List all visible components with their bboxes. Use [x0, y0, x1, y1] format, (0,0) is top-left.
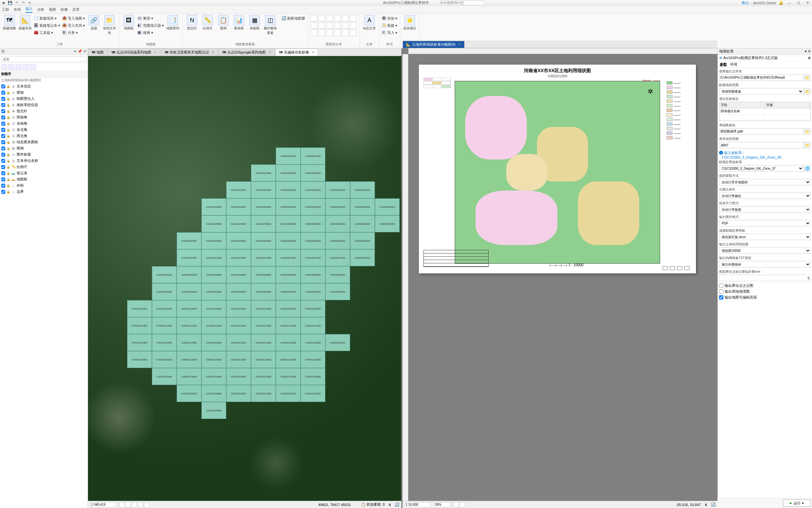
menu-影像[interactable]: 影像 [61, 7, 68, 12]
layer-visibility-checkbox[interactable] [1, 184, 5, 187]
list-by-labeling-icon[interactable] [30, 64, 36, 70]
tile-G49G013089[interactable]: G49G013089 [276, 351, 300, 368]
ribbon-导入布局[interactable]: 📤导入布局 ▾ [62, 22, 85, 29]
tile-G49G002088[interactable]: G49G002088 [251, 164, 276, 181]
ribbon-新建报表[interactable]: 📄新建报表 ▾ [34, 15, 60, 22]
layer-item-密级[interactable]: 🔒A密级 [0, 89, 88, 96]
browse-layer-icon[interactable]: 📁 [804, 88, 811, 95]
tile-G49G007087[interactable]: G49G007087 [226, 249, 251, 266]
tile-G49G005092[interactable]: G49G005092 [350, 215, 375, 232]
ribbon-刷新地图册[interactable]: 🔄刷新地图册 [282, 15, 305, 22]
shape-tool-0[interactable] [311, 15, 317, 22]
menu-分析[interactable]: 分析 [37, 7, 44, 12]
layer-visibility-checkbox[interactable] [1, 165, 5, 169]
browse-farmland-icon[interactable]: 📁 [804, 142, 811, 149]
tile-G49G014086[interactable]: G49G014086 [201, 368, 226, 385]
layer-visibility-checkbox[interactable] [1, 116, 5, 119]
ribbon-新建笔记本[interactable]: 📓新建笔记本 ▾ [34, 22, 60, 29]
tile-G49G005093[interactable]: G49G005093 [375, 215, 400, 232]
tile-G49G013090[interactable]: G49G013090 [300, 351, 325, 368]
notification-icon[interactable]: 🔔 [779, 1, 783, 5]
browse-folder-icon[interactable]: 📁 [804, 74, 811, 81]
gp-tab-env[interactable]: 环境 [730, 62, 737, 67]
globe-icon[interactable]: 🌐 [804, 165, 811, 172]
tile-G49G006087[interactable]: G49G006087 [226, 232, 251, 249]
tile-G49G008089[interactable]: G49G008089 [276, 266, 300, 283]
tab-close-icon[interactable]: ✕ [211, 50, 214, 54]
tile-G49G007088[interactable]: G49G007088 [251, 249, 276, 266]
tile-G49G006086[interactable]: G49G006086 [201, 232, 226, 249]
tab-close-icon[interactable]: ✕ [268, 50, 271, 54]
tile-G49G010085[interactable]: G49G010085 [177, 300, 201, 317]
tile-G49G012091[interactable]: G49G012091 [325, 334, 350, 351]
tile-G49G011089[interactable]: G49G011089 [276, 317, 300, 334]
layer-visibility-checkbox[interactable] [1, 122, 5, 126]
lock-icon[interactable]: 🔒 [6, 141, 10, 144]
layer-group-name[interactable]: 土地利用现状标准分幅图60 [0, 77, 88, 83]
layer-item-地图框[interactable]: 🔒▬地图框 [0, 176, 88, 182]
tile-G49G002089[interactable]: G49G002089 [276, 164, 300, 181]
tile-G49G005090[interactable]: G49G005090 [300, 215, 325, 232]
gp-select-template[interactable]: 雄安新区版.docx [719, 234, 811, 240]
tile-G49G009085[interactable]: G49G009085 [177, 283, 201, 300]
tile-G49G007092[interactable]: G49G007092 [350, 249, 375, 266]
save-icon[interactable]: 💾 [8, 1, 12, 5]
lock-icon[interactable]: 🔒 [6, 172, 10, 175]
shape-tool-11[interactable] [350, 22, 356, 29]
tab-close-icon[interactable]: ✕ [154, 50, 157, 54]
gp-select-landuse[interactable]: 现状图10000 [719, 247, 811, 254]
user-name[interactable]: 俊山 [742, 0, 749, 5]
gp-select-paper[interactable]: 自动计算版面 [719, 206, 811, 213]
tile-G49G012088[interactable]: G49G012088 [251, 334, 276, 351]
ribbon-比例尺[interactable]: 📏比例尺 [201, 15, 214, 31]
tile-G49G011090[interactable]: G49G011090 [300, 317, 325, 334]
tile-G49G013087[interactable]: G49G013087 [226, 351, 251, 368]
shape-tool-5[interactable] [350, 15, 356, 22]
lock-icon[interactable]: 🔒 [6, 190, 10, 194]
tile-G49G014090[interactable]: G49G014090 [300, 368, 325, 385]
tile-G49G010090[interactable]: G49G010090 [300, 300, 325, 317]
tile-G49G015088[interactable]: G49G015088 [251, 385, 276, 402]
tile-G49G011087[interactable]: G49G011087 [226, 317, 251, 334]
layout-paper[interactable]: 河南省XX市XX区土地利用现状图 G49G012084 图幅号：XXXX [419, 65, 696, 273]
layout-zoom-input[interactable] [434, 502, 450, 507]
shape-tool-1[interactable] [319, 15, 325, 22]
tile-G49G008087[interactable]: G49G008087 [226, 266, 251, 283]
tile-G49G005089[interactable]: G49G005089 [276, 215, 300, 232]
tile-G49G012087[interactable]: G49G012087 [226, 334, 251, 351]
ribbon-动态文本[interactable]: A动态文本 [363, 15, 376, 31]
lock-icon[interactable]: 🔒 [6, 122, 10, 125]
shape-tool-17[interactable] [350, 29, 356, 36]
open-icon[interactable]: ▾ [28, 1, 32, 5]
tile-G49G003089[interactable]: G49G003089 [276, 181, 300, 198]
tile-G49G009091[interactable]: G49G009091 [325, 283, 350, 300]
layer-item-西北角[interactable]: 🔒⊡西北角 [0, 133, 88, 139]
gp-td-empty1[interactable] [719, 115, 765, 120]
minimize-icon[interactable]: — [786, 1, 793, 5]
tile-G49G014088[interactable]: G49G014088 [251, 368, 276, 385]
gp-td-empty2[interactable] [765, 115, 811, 120]
lock-icon[interactable]: 🔒 [6, 103, 10, 107]
tile-G49G005087[interactable]: G49G005087 [226, 215, 251, 232]
layout-sb-icon-1[interactable] [453, 502, 459, 507]
lock-icon[interactable]: 🔒 [6, 110, 10, 113]
view-tab-地图[interactable]: 🗺地图 [88, 49, 107, 56]
tile-G49G015090[interactable]: G49G015090 [300, 385, 325, 402]
gp-check2[interactable] [719, 289, 723, 294]
tile-G49G012086[interactable]: G49G012086 [201, 334, 226, 351]
tile-G49G012084[interactable]: G49G012084 [152, 334, 177, 351]
layer-item-东南角[interactable]: 🔒⊡东南角 [0, 120, 88, 127]
shape-tool-6[interactable] [311, 22, 317, 29]
layer-item-比例尺[interactable]: 🔒📏比例尺 [0, 164, 88, 170]
panel-pin-icon[interactable]: 📌 [78, 49, 82, 53]
tile-G49G012085[interactable]: G49G012085 [177, 334, 201, 351]
tile-G49G009088[interactable]: G49G009088 [251, 283, 276, 300]
nav-last-icon[interactable] [684, 266, 689, 270]
tile-G49G004087[interactable]: G49G004087 [226, 198, 251, 215]
gp-select-format[interactable]: PDF [719, 220, 811, 226]
tile-G49G014084[interactable]: G49G014084 [152, 368, 177, 385]
shape-tool-14[interactable] [326, 29, 333, 36]
shape-tool-4[interactable] [342, 15, 348, 22]
lock-icon[interactable]: 🔒 [6, 134, 10, 138]
layout-pause-icon[interactable]: ⏸ [704, 503, 708, 507]
